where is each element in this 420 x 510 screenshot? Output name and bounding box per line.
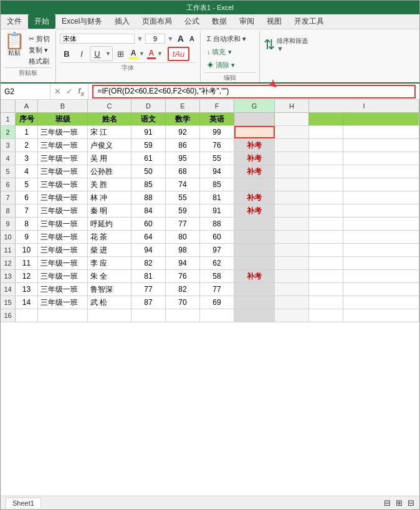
cell[interactable]: 1 — [16, 126, 38, 138]
status-view-page[interactable]: ⊟ — [408, 498, 414, 508]
font-size-dropdown-icon[interactable]: ▼ — [167, 35, 174, 42]
cell[interactable] — [309, 126, 343, 138]
cell[interactable]: 55 — [200, 152, 234, 165]
cell[interactable] — [309, 191, 343, 204]
col-header-g[interactable]: G — [234, 100, 275, 112]
cell[interactable]: 三年级一班 — [38, 270, 88, 282]
cell[interactable]: 三年级一班 — [38, 178, 88, 191]
autosum-button[interactable]: Σ 自动求和 ▾ — [204, 33, 255, 45]
copy-button[interactable]: 复制 ▾ — [27, 45, 52, 55]
cell[interactable]: 74 — [166, 178, 200, 191]
cell[interactable]: 补考 — [234, 152, 275, 165]
cell[interactable]: 82 — [131, 257, 166, 269]
cell[interactable]: 97 — [200, 244, 234, 256]
cell[interactable]: 李 应 — [88, 257, 131, 269]
cell[interactable]: 64 — [131, 231, 166, 243]
cell[interactable]: 81 — [131, 270, 166, 282]
cell[interactable] — [275, 165, 309, 178]
cell[interactable] — [275, 113, 309, 125]
cell[interactable] — [16, 309, 38, 322]
col-header-c[interactable]: C — [88, 100, 131, 112]
cell[interactable] — [275, 270, 309, 282]
cell[interactable]: 三年级一班 — [38, 218, 88, 230]
cell[interactable] — [275, 152, 309, 165]
cell[interactable]: 81 — [200, 191, 234, 204]
cell[interactable]: 77 — [200, 283, 234, 296]
cell[interactable] — [275, 204, 309, 217]
col-header-b[interactable]: B — [38, 100, 88, 112]
cell[interactable]: 69 — [200, 296, 234, 309]
cell[interactable]: 数学 — [166, 113, 200, 125]
cell[interactable]: 12 — [16, 270, 38, 282]
cell[interactable] — [234, 126, 275, 138]
font-name-input[interactable] — [60, 34, 135, 44]
cell[interactable] — [234, 231, 275, 243]
cell[interactable] — [309, 257, 343, 269]
cell[interactable]: 武 松 — [88, 296, 131, 309]
cell[interactable] — [275, 126, 309, 138]
cell[interactable]: 94 — [166, 257, 200, 269]
col-header-d[interactable]: D — [131, 100, 166, 112]
cell[interactable] — [200, 309, 234, 322]
col-header-e[interactable]: E — [166, 100, 200, 112]
cell[interactable] — [309, 231, 343, 243]
font-name-dropdown-icon[interactable]: ▼ — [136, 35, 143, 42]
cell[interactable] — [275, 191, 309, 204]
cell[interactable]: 3 — [16, 152, 38, 165]
cell[interactable]: 98 — [166, 244, 200, 256]
cell[interactable]: 77 — [166, 218, 200, 230]
menu-review[interactable]: 审阅 — [233, 14, 260, 29]
cut-button[interactable]: ✂ 剪切 — [27, 34, 52, 44]
cell[interactable] — [275, 309, 309, 322]
cell[interactable]: 8 — [16, 218, 38, 230]
cell[interactable]: 补考 — [234, 204, 275, 217]
cell[interactable]: 三年级一班 — [38, 244, 88, 256]
font-color-dropdown[interactable]: ▼ — [157, 51, 163, 57]
cell[interactable] — [234, 283, 275, 296]
cell[interactable]: 70 — [166, 296, 200, 309]
cell[interactable]: 50 — [131, 165, 166, 178]
cell[interactable]: 班级 — [38, 113, 88, 125]
cell[interactable]: 82 — [166, 283, 200, 296]
fill-color-dropdown[interactable]: ▼ — [139, 51, 145, 57]
cell[interactable]: 85 — [131, 178, 166, 191]
cell[interactable] — [309, 270, 343, 282]
cell[interactable] — [309, 178, 343, 191]
cell[interactable] — [309, 296, 343, 309]
cell[interactable] — [234, 257, 275, 269]
cell[interactable]: 三年级一班 — [38, 191, 88, 204]
cell[interactable] — [309, 309, 343, 322]
format-painter-button[interactable]: 格式刷 — [27, 56, 52, 67]
decrease-font-button[interactable]: A — [188, 34, 196, 43]
cell[interactable] — [275, 283, 309, 296]
cell[interactable]: 呼延灼 — [88, 218, 131, 230]
cell[interactable]: 4 — [16, 165, 38, 178]
cell[interactable]: 序号 — [16, 113, 38, 125]
cell[interactable]: 88 — [200, 218, 234, 230]
border-button[interactable]: ⊞ — [114, 47, 128, 60]
cell[interactable]: 77 — [131, 283, 166, 296]
cell[interactable]: 95 — [166, 152, 200, 165]
cell[interactable] — [309, 152, 343, 165]
cell[interactable] — [309, 283, 343, 296]
cell[interactable]: 卢俊义 — [88, 139, 131, 152]
clear-button[interactable]: ◈ 清除 ▾ — [204, 59, 255, 71]
menu-excel-finance[interactable]: Excel与财务 — [55, 14, 108, 29]
menu-file[interactable]: 文件 — [1, 14, 28, 29]
cell[interactable]: 朱 全 — [88, 270, 131, 282]
menu-insert[interactable]: 插入 — [108, 14, 136, 29]
menu-page-layout[interactable]: 页面布局 — [136, 14, 178, 29]
cell[interactable]: 68 — [166, 165, 200, 178]
cell[interactable]: 10 — [16, 244, 38, 256]
confirm-formula-button[interactable]: ✓ — [65, 87, 74, 96]
cell[interactable]: 补考 — [234, 165, 275, 178]
cell[interactable] — [309, 165, 343, 178]
cell[interactable]: 7 — [16, 204, 38, 217]
cell[interactable] — [234, 178, 275, 191]
menu-view[interactable]: 视图 — [260, 14, 288, 29]
underline-button[interactable]: U — [90, 47, 104, 60]
cell[interactable]: 三年级一班 — [38, 152, 88, 165]
cell[interactable]: 87 — [131, 296, 166, 309]
cell[interactable] — [309, 218, 343, 230]
cell[interactable] — [275, 257, 309, 269]
